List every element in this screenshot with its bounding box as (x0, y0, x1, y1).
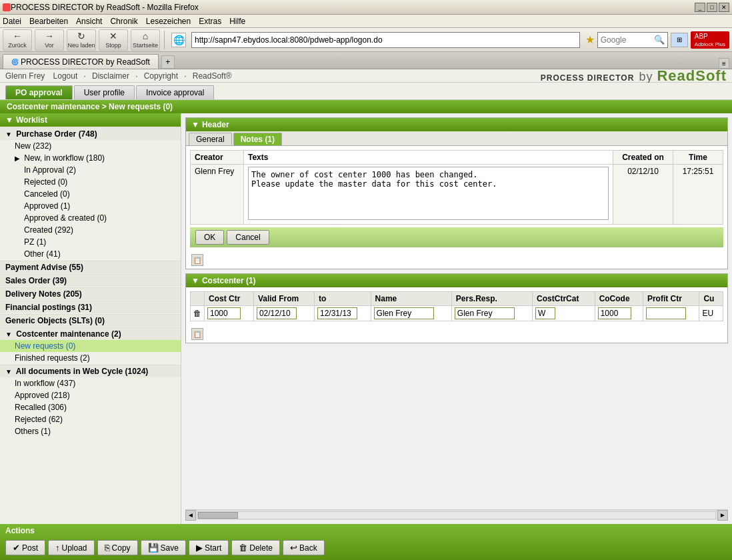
name-value[interactable] (371, 306, 451, 321)
start-button[interactable]: ▶ Start (189, 540, 229, 555)
col-cost-ctr: Cost Ctr (205, 292, 254, 306)
scrollbar-track[interactable] (197, 511, 716, 519)
note-text-cell[interactable]: The owner of cost center 1000 has been c… (244, 165, 613, 225)
cost-ctr-value[interactable] (205, 306, 254, 321)
pers-resp-input[interactable] (455, 307, 515, 319)
sidebar-item-rejected-all[interactable]: Rejected (62) (0, 413, 181, 425)
to-value[interactable] (315, 306, 371, 321)
sidebar-item-approved-created[interactable]: Approved & created (0) (0, 212, 181, 224)
sidebar-item-other[interactable]: Other (41) (0, 248, 181, 260)
tab-po-approval[interactable]: PO approval (5, 85, 73, 99)
back-button[interactable]: ← Zurück (3, 29, 32, 51)
co-code-input[interactable] (598, 307, 631, 319)
add-note-icon[interactable]: 📋 (191, 254, 203, 266)
sidebar-item-delivery-notes[interactable]: Delivery Notes (205) (0, 287, 181, 300)
sidebar-item-financial-postings[interactable]: Financial postings (31) (0, 301, 181, 313)
worklist-header: ▼ Worklist (0, 113, 181, 127)
sidebar-item-new[interactable]: New (232) (0, 140, 181, 152)
sidebar-item-created[interactable]: Created (292) (0, 224, 181, 236)
header-panel-header[interactable]: ▼ Header (186, 118, 727, 131)
sidebar-item-finished-requests[interactable]: Finished requests (2) (0, 352, 181, 364)
forward-button[interactable]: → Vor (35, 29, 64, 51)
sidebar-item-recalled[interactable]: Recalled (306) (0, 401, 181, 413)
cost-ctr-cat-input[interactable] (535, 307, 555, 319)
sidebar-item-in-workflow-all[interactable]: In workflow (437) (0, 377, 181, 389)
sidebar-item-generic-objects[interactable]: Generic Objects (SLTs) (0) (0, 314, 181, 327)
search-box[interactable]: 🔍 (597, 32, 668, 48)
sidebar-item-new-workflow[interactable]: ▶ New, in workflow (180) (0, 152, 181, 164)
menu-datei[interactable]: Datei (3, 17, 21, 26)
col-del (191, 292, 205, 306)
ok-button[interactable]: OK (195, 230, 224, 245)
valid-from-value[interactable] (253, 306, 314, 321)
delete-button[interactable]: 🗑 Delete (231, 540, 280, 555)
minimize-button[interactable]: _ (695, 3, 705, 12)
logout-link[interactable]: Logout (53, 71, 78, 81)
restore-button[interactable]: □ (707, 3, 717, 12)
sidebar-item-others[interactable]: Others (1) (0, 425, 181, 437)
disclaimer-link[interactable]: Disclaimer (92, 71, 129, 81)
browser-extras-icon[interactable]: ⊞ (671, 33, 688, 47)
co-code-value[interactable] (595, 306, 643, 321)
sidebar-item-all-docs[interactable]: ▼ All documents in Web Cycle (1024) (0, 365, 181, 377)
reload-button[interactable]: ↻ Neu laden (67, 29, 96, 51)
address-bar[interactable] (191, 32, 580, 48)
sidebar-item-new-requests[interactable]: New requests (0) (0, 340, 181, 352)
tab-general[interactable]: General (189, 133, 232, 145)
sidebar-item-rejected[interactable]: Rejected (0) (0, 176, 181, 188)
delete-row-button[interactable]: 🗑 (191, 306, 205, 321)
to-input[interactable] (317, 307, 357, 319)
cost-ctr-cat-value[interactable] (533, 306, 595, 321)
menu-chronik[interactable]: Chronik (110, 17, 137, 26)
readsoft-link[interactable]: ReadSoft® (193, 71, 232, 81)
tab-notes[interactable]: Notes (1) (233, 133, 282, 145)
new-tab-button[interactable]: + (161, 55, 175, 69)
scroll-right-arrow[interactable]: ► (717, 510, 728, 521)
browser-tab-active[interactable]: 🌀 PROCESS DIRECTOR by ReadSoft (3, 54, 159, 69)
tab-invoice-approval[interactable]: Invoice approval (136, 85, 214, 99)
tab-user-profile[interactable]: User profile (74, 85, 135, 99)
horizontal-scrollbar[interactable]: ◄ ► (185, 509, 728, 520)
sidebar-item-approved-all[interactable]: Approved (218) (0, 389, 181, 401)
close-button[interactable]: ✕ (719, 3, 729, 12)
profit-ctr-input[interactable] (646, 307, 686, 319)
menu-ansicht[interactable]: Ansicht (76, 17, 102, 26)
adblock-button[interactable]: ABPAdblock Plus (691, 31, 729, 49)
sidebar-item-costcenter-maintenance[interactable]: ▼ Costcenter maintenance (2) (0, 327, 181, 340)
cancel-button[interactable]: Cancel (227, 230, 269, 245)
add-costcenter-row-icon[interactable]: 📋 (191, 328, 203, 340)
profit-ctr-value[interactable] (643, 306, 699, 321)
sidebar-item-pz[interactable]: PZ (1) (0, 236, 181, 248)
worklist-collapse-icon[interactable]: ▼ (5, 115, 13, 125)
menu-bearbeiten[interactable]: Bearbeiten (29, 17, 68, 26)
menu-lesezeichen[interactable]: Lesezeichen (146, 17, 191, 26)
post-button[interactable]: ✔ Post (5, 540, 45, 555)
menu-extras[interactable]: Extras (199, 17, 221, 26)
copy-button[interactable]: ⎘ Copy (97, 540, 138, 555)
pers-resp-value[interactable] (451, 306, 532, 321)
upload-button[interactable]: ↑ Upload (48, 540, 95, 555)
sidebar-item-in-approval[interactable]: In Approval (2) (0, 164, 181, 176)
bookmark-star-icon[interactable]: ★ (585, 33, 595, 46)
sidebar-item-payment-advise[interactable]: Payment Advise (55) (0, 261, 181, 273)
sidebar-item-purchase-order[interactable]: ▼ Purchase Order (748) (0, 127, 181, 140)
search-input[interactable] (598, 35, 651, 45)
home-button[interactable]: ⌂ Startseite (131, 29, 160, 51)
back-action-button[interactable]: ↩ Back (283, 540, 325, 555)
sidebar-item-approved[interactable]: Approved (1) (0, 200, 181, 212)
note-textarea[interactable]: The owner of cost center 1000 has been c… (248, 167, 609, 220)
valid-from-input[interactable] (257, 307, 297, 319)
cost-ctr-input[interactable] (207, 307, 241, 319)
name-input[interactable] (374, 307, 434, 319)
url-input[interactable] (195, 35, 577, 45)
sidebar-item-sales-order[interactable]: Sales Order (39) (0, 274, 181, 287)
scrollbar-thumb[interactable] (198, 512, 238, 519)
window-controls[interactable]: _ □ ✕ (695, 3, 729, 12)
copyright-link[interactable]: Copyright (144, 71, 178, 81)
save-button[interactable]: 💾 Save (141, 540, 186, 555)
menu-hilfe[interactable]: Hilfe (229, 17, 245, 26)
scroll-left-arrow[interactable]: ◄ (185, 510, 196, 521)
sidebar-item-canceled[interactable]: Canceled (0) (0, 188, 181, 200)
costcenter-panel-header[interactable]: ▼ Costcenter (1) (186, 274, 727, 287)
stop-button[interactable]: ✕ Stopp (99, 29, 128, 51)
